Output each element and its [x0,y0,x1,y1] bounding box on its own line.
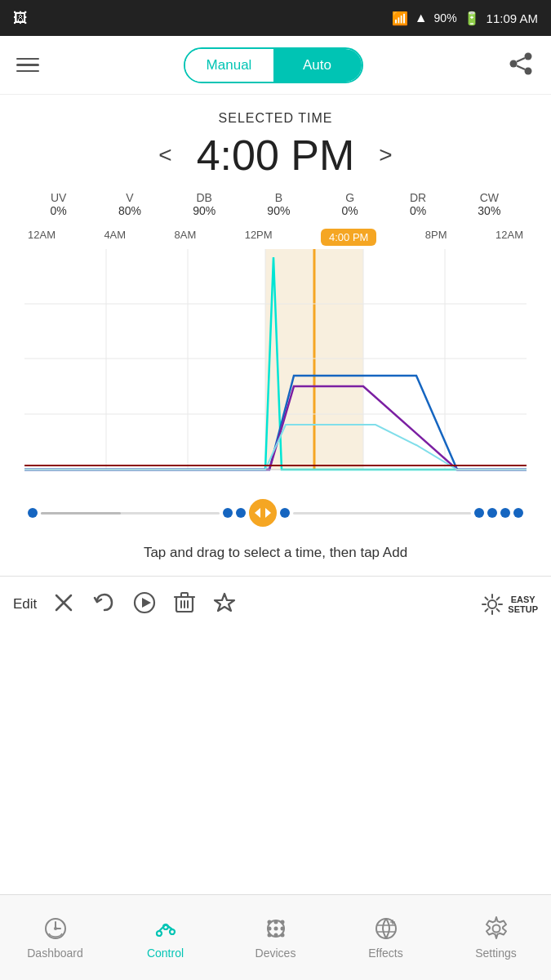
time-axis: 12AM 4AM 8AM 12PM 4:00 PM 8PM 12AM [24,229,527,246]
header: Manual Auto [0,36,551,95]
instruction-text: Tap and drag to select a time, then tap … [24,530,527,576]
channel-dr: DR 0% [410,191,426,217]
effects-icon [373,915,399,942]
manual-mode-button[interactable]: Manual [185,49,273,82]
devices-icon [263,915,289,942]
channel-b: B 90% [267,191,290,217]
channel-uv: UV 0% [51,191,67,217]
share-button[interactable] [507,50,535,81]
svg-line-4 [517,65,525,69]
settings-icon [483,915,509,942]
cancel-button[interactable] [53,592,74,617]
nav-item-control[interactable]: Control [110,915,220,960]
scroll-dot [28,508,38,518]
svg-marker-18 [265,508,271,518]
channel-db: DB 90% [193,191,216,217]
scroll-dot [513,508,523,518]
channel-cw: CW 30% [478,191,500,217]
svg-point-0 [525,52,532,60]
scrollbar-row[interactable] [24,497,527,530]
svg-marker-22 [142,598,151,608]
selected-time-badge: 4:00 PM [321,229,376,246]
edit-label: Edit [13,596,37,612]
nav-item-dashboard[interactable]: Dashboard [0,915,110,960]
svg-point-2 [525,67,532,74]
delete-button[interactable] [174,591,195,617]
scroll-dot [500,508,510,518]
control-icon [153,915,179,942]
screen-icon: 🖼 [13,10,28,27]
svg-point-62 [492,925,500,933]
chart-area[interactable] [24,249,527,497]
nav-settings-label: Settings [475,947,517,960]
prev-time-button[interactable]: < [158,142,171,168]
nav-control-label: Control [147,947,184,960]
edit-toolbar: Edit [0,577,551,632]
main-content: SELECTED TIME < 4:00 PM > UV 0% V 80% DB… [0,95,551,576]
svg-marker-17 [255,508,260,518]
channel-v: V 80% [118,191,141,217]
mode-toggle[interactable]: Manual Auto [184,47,363,83]
undo-button[interactable] [92,592,115,617]
favorite-button[interactable] [213,591,236,617]
easy-setup-button[interactable]: EASY SETUP [482,594,538,615]
toolbar-actions: EASY SETUP [53,591,538,617]
channel-g: G 0% [342,191,358,217]
active-time-dot[interactable] [249,499,277,527]
svg-point-1 [510,60,518,67]
svg-line-3 [517,58,525,62]
battery-text: 90% [434,11,457,24]
svg-line-38 [486,609,488,612]
nav-item-devices[interactable]: Devices [220,915,331,960]
scroll-dot [223,508,233,518]
svg-line-36 [497,609,500,612]
nav-devices-label: Devices [256,947,296,960]
play-button[interactable] [133,591,156,617]
svg-line-35 [486,598,488,600]
scrollbar-track[interactable] [41,512,220,514]
selected-time-label: SELECTED TIME [24,111,527,126]
scrollbar-track-right[interactable] [293,512,472,514]
svg-point-50 [273,927,278,931]
svg-line-37 [497,598,500,600]
scroll-dot [474,508,484,518]
time-navigation: < 4:00 PM > [24,131,527,180]
current-time-display: 4:00 PM [197,131,355,180]
wifi-icon: 📶 [392,11,408,26]
bottom-nav: Dashboard Control Devices [0,894,551,980]
nav-dashboard-label: Dashboard [27,947,83,960]
menu-button[interactable] [16,58,39,73]
status-bar: 🖼 📶 ▲ 90% 🔋 11:09 AM [0,0,551,36]
svg-rect-25 [181,593,188,597]
auto-mode-button[interactable]: Auto [273,49,362,82]
scroll-dot [236,508,246,518]
battery-icon: 🔋 [464,11,480,26]
svg-marker-29 [215,594,234,611]
scroll-dot [487,508,497,518]
channel-values-row: UV 0% V 80% DB 90% B 90% G 0% DR 0% CW 3… [24,191,527,217]
svg-point-42 [54,927,57,930]
scroll-dot [280,508,290,518]
next-time-button[interactable]: > [379,142,392,168]
time-display: 11:09 AM [487,11,538,25]
nav-item-settings[interactable]: Settings [441,915,551,960]
nav-item-effects[interactable]: Effects [331,915,441,960]
nav-effects-label: Effects [368,947,403,960]
chart-svg[interactable] [24,249,527,494]
svg-point-30 [488,600,496,608]
signal-icon: ▲ [415,11,428,25]
dashboard-icon [42,915,69,942]
